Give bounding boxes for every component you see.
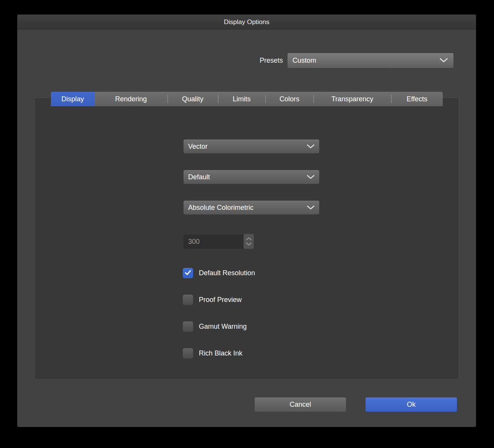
presets-value: Custom <box>292 57 316 65</box>
rich-black-ink-checkbox[interactable] <box>183 348 193 359</box>
rich-black-ink-row: Rich Black Ink <box>183 348 242 359</box>
tab-label: Transparency <box>332 95 373 103</box>
tab-rendering[interactable]: Rendering <box>94 92 167 106</box>
stepper-up-down-icon <box>244 234 254 249</box>
default-resolution-row: Default Resolution <box>183 268 255 278</box>
tab-limits[interactable]: Limits <box>218 92 265 106</box>
presets-dropdown[interactable]: Custom <box>288 53 453 68</box>
tab-colors[interactable]: Colors <box>265 92 314 106</box>
tab-display[interactable]: Display <box>51 92 94 106</box>
tab-label: Rendering <box>115 95 147 103</box>
tab-effects[interactable]: Effects <box>391 92 443 106</box>
proof-preview-row: Proof Preview <box>183 295 242 305</box>
default-resolution-checkbox-label: Default Resolution <box>199 268 255 278</box>
checkmark-icon <box>185 270 191 277</box>
chevron-down-icon <box>307 143 315 151</box>
chevron-down-icon <box>307 173 315 181</box>
intent-value: Absolute Colorimetric <box>188 204 253 212</box>
presets-label: Presets <box>17 53 283 68</box>
gamut-warning-row: Gamut Warning <box>183 321 247 332</box>
mode-value: Vector <box>188 143 208 151</box>
default-resolution-checkbox[interactable] <box>183 268 193 278</box>
tab-label: Display <box>61 95 84 103</box>
ok-button[interactable]: Ok <box>366 398 457 412</box>
chevron-down-icon <box>307 204 315 212</box>
display-options-dialog: Display Options Presets Custom Display R… <box>17 15 476 427</box>
dialog-title: Display Options <box>224 18 269 26</box>
tab-label: Limits <box>232 95 250 103</box>
tab-label: Quality <box>182 95 203 103</box>
tab-transparency[interactable]: Transparency <box>314 92 391 106</box>
chevron-down-icon <box>439 57 448 65</box>
tab-bar: Display Rendering Quality Limits Colors … <box>51 92 443 106</box>
rich-black-ink-checkbox-label: Rich Black Ink <box>199 348 242 359</box>
proof-preview-checkbox-label: Proof Preview <box>199 295 242 305</box>
tab-label: Effects <box>406 95 427 103</box>
title-bar[interactable]: Display Options <box>17 15 476 29</box>
intent-dropdown[interactable]: Absolute Colorimetric <box>184 201 319 214</box>
tab-label: Colors <box>280 95 299 103</box>
tab-quality[interactable]: Quality <box>167 92 218 106</box>
color-dropdown[interactable]: Default <box>184 170 319 184</box>
color-value: Default <box>188 173 210 181</box>
mode-dropdown[interactable]: Vector <box>184 140 319 153</box>
proof-preview-checkbox[interactable] <box>183 295 193 305</box>
gamut-warning-checkbox-label: Gamut Warning <box>199 321 247 332</box>
cancel-button[interactable]: Cancel <box>255 398 346 412</box>
gamut-warning-checkbox[interactable] <box>183 321 193 332</box>
